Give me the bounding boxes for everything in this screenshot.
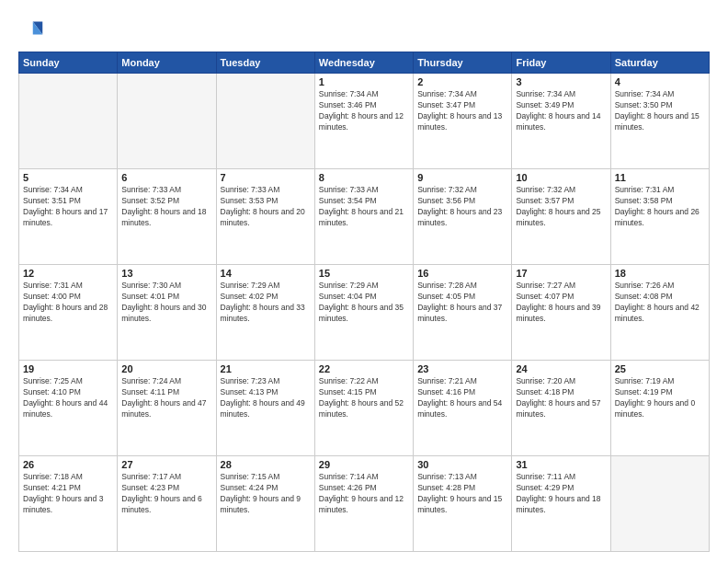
- day-info: Sunrise: 7:18 AMSunset: 4:21 PMDaylight:…: [23, 472, 113, 516]
- day-number: 9: [417, 172, 507, 183]
- day-info: Sunrise: 7:24 AMSunset: 4:11 PMDaylight:…: [121, 376, 211, 420]
- day-cell-8: 8Sunrise: 7:33 AMSunset: 3:54 PMDaylight…: [314, 169, 413, 265]
- week-row-1: 5Sunrise: 7:34 AMSunset: 3:51 PMDaylight…: [19, 169, 710, 265]
- day-cell-1: 1Sunrise: 7:34 AMSunset: 3:46 PMDaylight…: [314, 74, 413, 169]
- week-row-3: 19Sunrise: 7:25 AMSunset: 4:10 PMDayligh…: [19, 361, 710, 456]
- day-number: 7: [221, 172, 311, 183]
- day-number: 14: [221, 268, 311, 279]
- day-info: Sunrise: 7:20 AMSunset: 4:18 PMDaylight:…: [516, 376, 606, 420]
- day-cell-17: 17Sunrise: 7:27 AMSunset: 4:07 PMDayligh…: [512, 265, 610, 361]
- day-cell-5: 5Sunrise: 7:34 AMSunset: 3:51 PMDaylight…: [19, 169, 118, 265]
- day-cell-10: 10Sunrise: 7:32 AMSunset: 3:57 PMDayligh…: [512, 169, 610, 265]
- day-number: 5: [23, 172, 113, 183]
- day-cell-28: 28Sunrise: 7:15 AMSunset: 4:24 PMDayligh…: [216, 456, 314, 552]
- day-cell-12: 12Sunrise: 7:31 AMSunset: 4:00 PMDayligh…: [19, 265, 118, 361]
- day-cell-7: 7Sunrise: 7:33 AMSunset: 3:53 PMDaylight…: [216, 169, 314, 265]
- day-number: 4: [615, 76, 705, 87]
- day-cell-20: 20Sunrise: 7:24 AMSunset: 4:11 PMDayligh…: [118, 361, 216, 456]
- day-info: Sunrise: 7:32 AMSunset: 3:56 PMDaylight:…: [417, 185, 507, 229]
- day-info: Sunrise: 7:21 AMSunset: 4:16 PMDaylight:…: [417, 376, 507, 420]
- day-info: Sunrise: 7:31 AMSunset: 4:00 PMDaylight:…: [23, 281, 113, 325]
- day-number: 2: [417, 76, 507, 87]
- logo: [18, 18, 48, 44]
- day-cell-empty: [610, 456, 709, 552]
- day-number: 6: [121, 172, 211, 183]
- week-row-2: 12Sunrise: 7:31 AMSunset: 4:00 PMDayligh…: [19, 265, 710, 361]
- day-number: 10: [516, 172, 606, 183]
- day-info: Sunrise: 7:27 AMSunset: 4:07 PMDaylight:…: [516, 281, 606, 325]
- weekday-header-friday: Friday: [512, 52, 610, 74]
- day-info: Sunrise: 7:34 AMSunset: 3:46 PMDaylight:…: [319, 89, 409, 133]
- day-info: Sunrise: 7:31 AMSunset: 3:58 PMDaylight:…: [615, 185, 705, 229]
- day-info: Sunrise: 7:29 AMSunset: 4:04 PMDaylight:…: [319, 281, 409, 325]
- day-number: 31: [516, 459, 606, 470]
- day-number: 8: [319, 172, 409, 183]
- weekday-header-thursday: Thursday: [414, 52, 512, 74]
- day-info: Sunrise: 7:34 AMSunset: 3:51 PMDaylight:…: [23, 185, 113, 229]
- day-number: 15: [319, 268, 409, 279]
- logo-icon: [18, 18, 44, 44]
- weekday-header-sunday: Sunday: [19, 52, 118, 74]
- day-number: 17: [516, 268, 606, 279]
- day-number: 12: [23, 268, 113, 279]
- header: [18, 15, 710, 44]
- day-cell-4: 4Sunrise: 7:34 AMSunset: 3:50 PMDaylight…: [610, 74, 709, 169]
- day-info: Sunrise: 7:13 AMSunset: 4:28 PMDaylight:…: [417, 472, 507, 516]
- day-cell-empty: [216, 74, 314, 169]
- day-cell-9: 9Sunrise: 7:32 AMSunset: 3:56 PMDaylight…: [414, 169, 512, 265]
- day-number: 23: [417, 363, 507, 374]
- day-info: Sunrise: 7:34 AMSunset: 3:50 PMDaylight:…: [615, 89, 705, 133]
- day-info: Sunrise: 7:25 AMSunset: 4:10 PMDaylight:…: [23, 376, 113, 420]
- day-number: 22: [319, 363, 409, 374]
- day-number: 1: [319, 76, 409, 87]
- day-number: 28: [221, 459, 311, 470]
- day-info: Sunrise: 7:34 AMSunset: 3:47 PMDaylight:…: [417, 89, 507, 133]
- day-info: Sunrise: 7:33 AMSunset: 3:52 PMDaylight:…: [121, 185, 211, 229]
- day-info: Sunrise: 7:23 AMSunset: 4:13 PMDaylight:…: [221, 376, 311, 420]
- day-number: 21: [221, 363, 311, 374]
- day-info: Sunrise: 7:33 AMSunset: 3:54 PMDaylight:…: [319, 185, 409, 229]
- week-row-0: 1Sunrise: 7:34 AMSunset: 3:46 PMDaylight…: [19, 74, 710, 169]
- week-row-4: 26Sunrise: 7:18 AMSunset: 4:21 PMDayligh…: [19, 456, 710, 552]
- day-info: Sunrise: 7:15 AMSunset: 4:24 PMDaylight:…: [221, 472, 311, 516]
- day-cell-30: 30Sunrise: 7:13 AMSunset: 4:28 PMDayligh…: [414, 456, 512, 552]
- day-info: Sunrise: 7:30 AMSunset: 4:01 PMDaylight:…: [121, 281, 211, 325]
- day-number: 26: [23, 459, 113, 470]
- day-cell-6: 6Sunrise: 7:33 AMSunset: 3:52 PMDaylight…: [118, 169, 216, 265]
- weekday-header-monday: Monday: [118, 52, 216, 74]
- day-info: Sunrise: 7:26 AMSunset: 4:08 PMDaylight:…: [615, 281, 705, 325]
- day-cell-22: 22Sunrise: 7:22 AMSunset: 4:15 PMDayligh…: [314, 361, 413, 456]
- day-number: 18: [615, 268, 705, 279]
- day-number: 27: [121, 459, 211, 470]
- day-info: Sunrise: 7:32 AMSunset: 3:57 PMDaylight:…: [516, 185, 606, 229]
- day-cell-15: 15Sunrise: 7:29 AMSunset: 4:04 PMDayligh…: [314, 265, 413, 361]
- day-number: 20: [121, 363, 211, 374]
- day-cell-2: 2Sunrise: 7:34 AMSunset: 3:47 PMDaylight…: [414, 74, 512, 169]
- day-cell-13: 13Sunrise: 7:30 AMSunset: 4:01 PMDayligh…: [118, 265, 216, 361]
- day-cell-3: 3Sunrise: 7:34 AMSunset: 3:49 PMDaylight…: [512, 74, 610, 169]
- day-info: Sunrise: 7:14 AMSunset: 4:26 PMDaylight:…: [319, 472, 409, 516]
- weekday-header-row: SundayMondayTuesdayWednesdayThursdayFrid…: [19, 52, 710, 74]
- page: SundayMondayTuesdayWednesdayThursdayFrid…: [0, 0, 728, 563]
- day-cell-empty: [118, 74, 216, 169]
- day-info: Sunrise: 7:33 AMSunset: 3:53 PMDaylight:…: [221, 185, 311, 229]
- calendar-table: SundayMondayTuesdayWednesdayThursdayFrid…: [18, 52, 710, 552]
- day-cell-14: 14Sunrise: 7:29 AMSunset: 4:02 PMDayligh…: [216, 265, 314, 361]
- day-cell-31: 31Sunrise: 7:11 AMSunset: 4:29 PMDayligh…: [512, 456, 610, 552]
- day-cell-19: 19Sunrise: 7:25 AMSunset: 4:10 PMDayligh…: [19, 361, 118, 456]
- day-cell-26: 26Sunrise: 7:18 AMSunset: 4:21 PMDayligh…: [19, 456, 118, 552]
- day-number: 30: [417, 459, 507, 470]
- day-info: Sunrise: 7:17 AMSunset: 4:23 PMDaylight:…: [121, 472, 211, 516]
- day-cell-11: 11Sunrise: 7:31 AMSunset: 3:58 PMDayligh…: [610, 169, 709, 265]
- day-number: 19: [23, 363, 113, 374]
- day-number: 13: [121, 268, 211, 279]
- day-cell-27: 27Sunrise: 7:17 AMSunset: 4:23 PMDayligh…: [118, 456, 216, 552]
- day-number: 16: [417, 268, 507, 279]
- day-number: 29: [319, 459, 409, 470]
- day-number: 25: [615, 363, 705, 374]
- weekday-header-wednesday: Wednesday: [314, 52, 413, 74]
- day-cell-25: 25Sunrise: 7:19 AMSunset: 4:19 PMDayligh…: [610, 361, 709, 456]
- day-number: 11: [615, 172, 705, 183]
- day-cell-21: 21Sunrise: 7:23 AMSunset: 4:13 PMDayligh…: [216, 361, 314, 456]
- weekday-header-saturday: Saturday: [610, 52, 709, 74]
